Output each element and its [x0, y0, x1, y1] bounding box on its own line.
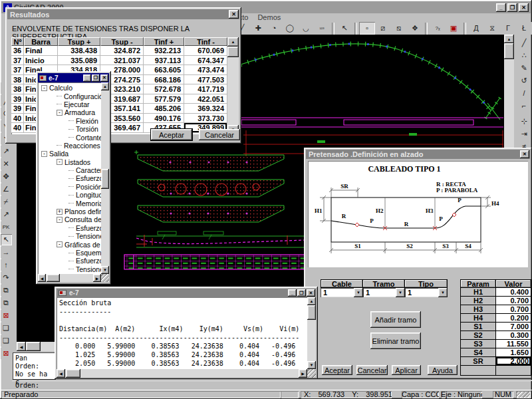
maximize-button[interactable]: ❐ — [92, 74, 100, 82]
command-prompt-line[interactable]: Orden: — [12, 380, 532, 390]
scroll-down-icon[interactable]: ▼ — [307, 361, 316, 369]
result-cell[interactable]: 670.069 — [184, 46, 227, 56]
chevron-down-icon[interactable]: ▼ — [438, 288, 448, 297]
table-scrollbar[interactable]: ▲ ▼ — [227, 37, 239, 134]
tree-item[interactable]: Reacciones — [38, 142, 101, 150]
column-header[interactable]: Tinf - — [184, 37, 227, 46]
tangent-icon[interactable]: ↗ — [1, 209, 12, 220]
tree-item[interactable]: Ejecutar — [38, 100, 101, 108]
result-cell[interactable]: 338.438 — [58, 46, 100, 56]
point-tool-icon[interactable]: ✚ — [250, 22, 266, 35]
circle-tool-icon[interactable]: ◯ — [282, 22, 298, 35]
slash-icon[interactable]: / — [519, 88, 530, 99]
pier-icon[interactable]: Д — [468, 22, 484, 35]
tree-item[interactable]: Torsión — [38, 125, 101, 133]
param-value-cell[interactable]: 0.300 — [496, 331, 531, 340]
scroll-thumb[interactable] — [66, 369, 80, 378]
extend-edge-icon[interactable]: ⇥ — [519, 128, 530, 140]
aceptar-button[interactable]: Aceptar — [151, 129, 192, 140]
angle-icon[interactable]: ∠ — [1, 184, 12, 195]
result-cell[interactable]: 335.089 — [58, 56, 100, 66]
ayuda-button[interactable]: Ayuda — [428, 365, 458, 375]
result-cell[interactable]: 417.719 — [184, 84, 227, 94]
param-value-cell[interactable]: 0.200 — [496, 314, 531, 323]
zoom-extents-icon[interactable]: ❖ — [407, 22, 423, 35]
scroll-right-icon[interactable]: ▶ — [299, 369, 307, 378]
result-cell[interactable]: 38 — [11, 75, 24, 85]
result-cell[interactable]: 39 — [11, 104, 24, 114]
anadir-tramo-button[interactable]: Añadir tramo — [370, 311, 421, 328]
result-cell[interactable]: 373.730 — [184, 114, 227, 124]
select-arrow-icon[interactable]: ↖ — [1, 234, 12, 245]
arc-tool-icon[interactable]: ◔ — [266, 22, 282, 35]
redraw-icon[interactable]: ▣ — [446, 22, 462, 35]
tree-item[interactable]: Configuració — [38, 92, 101, 100]
scroll-up-icon[interactable]: ▲ — [504, 35, 514, 43]
hscrollbar[interactable]: ◀ ▶ — [57, 369, 307, 378]
tree-item[interactable]: -Consulta de — [38, 215, 101, 223]
result-cell[interactable]: 40 — [11, 114, 24, 124]
numbers-tool-icon[interactable]: ¹²³ — [314, 22, 330, 35]
param-value-cell[interactable]: 0.400 — [496, 288, 531, 297]
result-cell[interactable]: 422.051 — [184, 94, 227, 104]
rotate-icon[interactable]: ↷ — [1, 272, 12, 283]
copy-icon[interactable]: ⧉ — [1, 285, 12, 296]
result-cell[interactable]: 39 — [11, 94, 24, 104]
result-cell[interactable]: 38 — [11, 84, 24, 94]
close-button[interactable]: ✕ — [519, 3, 529, 12]
arrow-up-icon[interactable]: ↑ — [1, 259, 12, 271]
expand-icon[interactable]: + — [57, 209, 63, 215]
minimize-button[interactable]: _ — [288, 289, 297, 297]
tree-item[interactable]: Esfuerzo — [38, 257, 101, 265]
restore-button[interactable]: ❐ — [507, 3, 517, 12]
scroll-thumb[interactable] — [47, 274, 60, 282]
undo-icon[interactable]: ↺ — [519, 75, 530, 86]
tree-item[interactable]: Longitud — [38, 191, 101, 199]
chevron-down-icon[interactable]: ▼ — [354, 288, 363, 297]
tree-item[interactable]: Flexión — [38, 117, 101, 125]
collapse-icon[interactable]: - — [41, 85, 47, 91]
result-cell[interactable]: 321.037 — [100, 56, 144, 66]
zoom-dynamic-icon[interactable]: ⧄ — [375, 22, 391, 35]
param-value-cell[interactable]: 2.000 — [496, 357, 531, 366]
points-icon[interactable]: ∴ — [519, 50, 530, 61]
copy-multiple-icon[interactable]: ⧉ — [1, 297, 12, 309]
retaining-wall-icon[interactable]: Γ — [500, 22, 516, 35]
scroll-thumb[interactable] — [101, 169, 109, 189]
result-cell[interactable]: Inicio — [24, 56, 58, 66]
collapse-icon[interactable]: - — [41, 151, 47, 157]
tree-item[interactable]: -Salida — [38, 150, 101, 158]
tree-item[interactable]: Esquema — [38, 249, 101, 257]
result-cell[interactable]: 674.347 — [184, 56, 227, 66]
result-cell[interactable]: 40 — [11, 123, 24, 133]
collapse-icon[interactable]: - — [57, 159, 63, 165]
tree-item[interactable]: Posición — [38, 183, 101, 191]
scroll-up-icon[interactable]: ▲ — [307, 297, 316, 305]
divide-icon[interactable]: ⌿ — [1, 196, 12, 207]
tree-item[interactable]: -Calculo — [38, 84, 101, 92]
param-value-cell[interactable]: 11.550 — [496, 340, 531, 348]
scroll-left-icon[interactable]: ◀ — [57, 369, 65, 378]
tree-item[interactable]: Tensione — [38, 265, 101, 273]
tree-item[interactable]: Tensione — [38, 232, 101, 240]
maximize-button[interactable]: ❐ — [297, 289, 306, 297]
result-cell[interactable]: 937.113 — [144, 56, 184, 66]
close-icon[interactable]: ✕ — [229, 10, 239, 19]
tree-hscrollbar[interactable]: ◀ ▶ — [38, 274, 101, 282]
result-cell[interactable]: 36 — [11, 46, 24, 56]
param-value-cell[interactable]: 0.700 — [496, 297, 531, 305]
tree-item[interactable]: Caracter — [38, 166, 101, 174]
collapse-icon[interactable]: - — [57, 110, 63, 116]
node-icon[interactable]: ⊹ — [519, 116, 530, 127]
scroll-thumb[interactable] — [307, 305, 316, 320]
scroll-thumb[interactable] — [227, 47, 239, 57]
scroll-thumb[interactable] — [504, 43, 514, 59]
param-value-cell[interactable]: 0.700 — [496, 305, 531, 314]
collapse-icon[interactable]: - — [57, 217, 63, 223]
tree-item[interactable]: Esfuerzo — [38, 224, 101, 232]
pier-tapered-icon[interactable]: ⧖ — [484, 22, 500, 35]
column-header[interactable]: Tsup + — [58, 37, 100, 46]
vscrollbar[interactable]: ▲ ▼ — [307, 297, 316, 369]
combo-tramo[interactable]: 1▼ — [363, 288, 405, 297]
zoom-window-icon[interactable]: ▫ — [359, 22, 375, 35]
